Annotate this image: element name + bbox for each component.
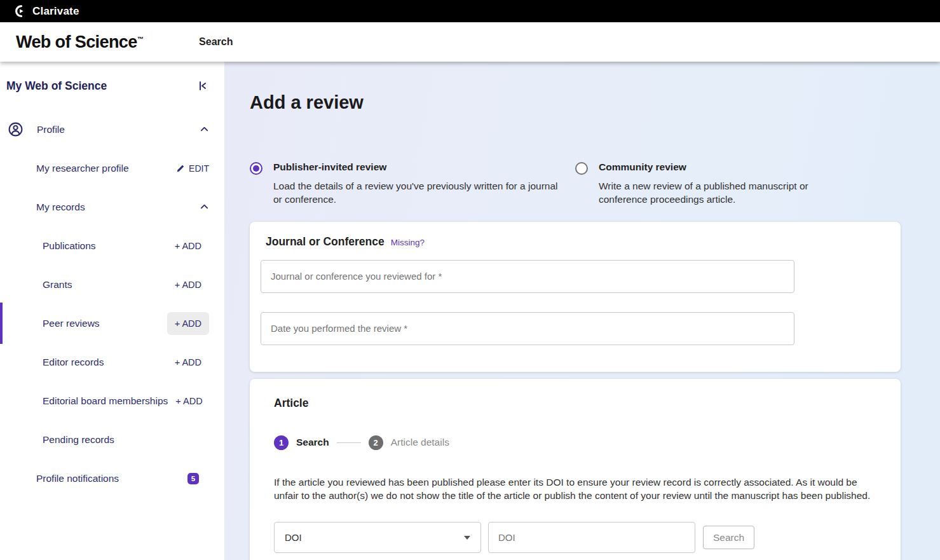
sidebar-item-profile-notifications[interactable]: Profile notifications 5 <box>0 459 224 498</box>
journal-or-conference-card: Journal or Conference Missing? <box>250 222 901 372</box>
doi-select-value: DOI <box>285 532 302 543</box>
sidebar-item-editorial-board-memberships[interactable]: Editorial board memberships + ADD <box>0 381 224 420</box>
missing-link[interactable]: Missing? <box>391 238 425 247</box>
step-label: Search <box>296 437 329 448</box>
doi-search-row: DOI Search <box>274 522 875 553</box>
sidebar-title: My Web of Science <box>6 79 107 93</box>
chevron-up-icon[interactable] <box>200 125 209 134</box>
sidebar-item-my-researcher-profile[interactable]: My researcher profile EDIT <box>0 149 224 188</box>
doi-search-button[interactable]: Search <box>703 526 754 549</box>
sidebar-item-editor-records[interactable]: Editor records + ADD <box>0 343 224 381</box>
notification-badge: 5 <box>187 473 199 484</box>
sidebar-item-peer-reviews[interactable]: Peer reviews + ADD <box>0 304 224 343</box>
clarivate-topbar: Clarivate <box>0 0 940 22</box>
step-article-details: 2 Article details <box>369 435 449 450</box>
review-type-options: Publisher-invited review Load the detail… <box>250 161 901 207</box>
add-peer-review-button[interactable]: + ADD <box>167 312 209 335</box>
doi-input[interactable] <box>488 522 695 553</box>
option-label: Community review <box>599 161 856 173</box>
journal-input[interactable] <box>261 260 794 293</box>
doi-type-select[interactable]: DOI <box>274 522 481 553</box>
radio-community[interactable] <box>575 162 588 175</box>
add-publications-button[interactable]: + ADD <box>167 235 209 257</box>
web-of-science-logo[interactable]: Web of Science™ <box>16 32 143 52</box>
chevron-down-icon <box>464 536 470 540</box>
profile-icon <box>8 121 24 137</box>
sidebar-item-pending-records[interactable]: Pending records <box>0 420 224 459</box>
page-title: Add a review <box>250 92 901 113</box>
article-card: Article 1 Search 2 Article details If th… <box>250 379 901 560</box>
radio-publisher-invited[interactable] <box>250 162 262 175</box>
trademark: ™ <box>137 36 143 43</box>
article-card-title: Article <box>274 397 875 410</box>
step-number: 2 <box>369 435 383 450</box>
step-label: Article details <box>391 437 449 448</box>
sidebar-item-profile[interactable]: Profile <box>0 110 224 149</box>
add-editor-record-button[interactable]: + ADD <box>167 351 209 374</box>
review-date-input[interactable] <box>261 312 794 345</box>
step-connector <box>337 442 361 443</box>
sidebar: My Web of Science Profile My researcher … <box>0 62 224 560</box>
clarivate-icon <box>15 5 27 17</box>
step-number: 1 <box>274 435 289 450</box>
option-label: Publisher-invited review <box>273 161 558 173</box>
nav-search[interactable]: Search <box>199 36 233 48</box>
edit-profile-button[interactable]: EDIT <box>176 163 209 174</box>
chevron-up-icon[interactable] <box>200 202 209 212</box>
add-editorial-board-membership-button[interactable]: + ADD <box>168 390 210 413</box>
journal-card-title: Journal or Conference <box>266 235 385 249</box>
sidebar-item-publications[interactable]: Publications + ADD <box>0 226 224 265</box>
main-content: Add a review Publisher-invited review Lo… <box>224 62 940 560</box>
option-description: Load the details of a review you've prev… <box>273 179 558 207</box>
sidebar-collapse-icon[interactable] <box>198 81 208 91</box>
clarivate-wordmark: Clarivate <box>32 5 79 18</box>
option-publisher-invited-review[interactable]: Publisher-invited review Load the detail… <box>250 161 575 207</box>
step-search: 1 Search <box>274 435 329 450</box>
clarivate-logo[interactable]: Clarivate <box>15 5 79 18</box>
option-description: Write a new review of a published manusc… <box>599 179 856 207</box>
sidebar-item-my-records[interactable]: My records <box>0 188 224 226</box>
app-header: Web of Science™ Search <box>0 22 940 62</box>
profile-label: Profile <box>37 124 65 135</box>
add-grants-button[interactable]: + ADD <box>167 273 209 296</box>
pencil-icon <box>176 164 185 173</box>
doi-instructions: If the article you reviewed has been pub… <box>274 475 875 503</box>
sidebar-item-grants[interactable]: Grants + ADD <box>0 265 224 304</box>
option-community-review[interactable]: Community review Write a new review of a… <box>575 161 901 207</box>
article-stepper: 1 Search 2 Article details <box>274 435 875 450</box>
